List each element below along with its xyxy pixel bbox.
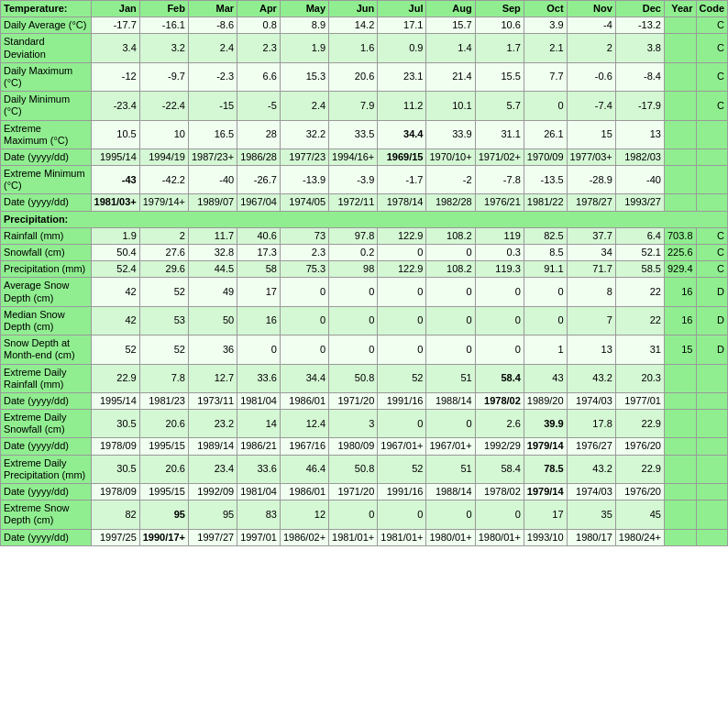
data-cell: 122.9	[378, 227, 426, 244]
data-cell: 15.7	[426, 17, 475, 34]
data-cell: 1992/29	[475, 438, 524, 455]
data-cell: 7	[567, 306, 615, 335]
data-cell: -23.4	[91, 92, 139, 120]
data-cell: 122.9	[378, 261, 426, 278]
data-cell: 42	[91, 278, 139, 306]
data-cell: 33.5	[329, 120, 378, 148]
data-cell: 52	[378, 455, 426, 483]
row-header: Rainfall (mm)	[1, 227, 92, 244]
data-cell: 73	[280, 227, 328, 244]
data-cell: 32.2	[280, 120, 328, 148]
data-cell: 17.1	[378, 17, 426, 34]
data-cell	[664, 166, 696, 194]
data-cell: 22.9	[615, 455, 664, 483]
table-row: Date (yyyy/dd)1997/251990/17+1997/271997…	[1, 529, 728, 545]
col-jul: Jul	[378, 1, 426, 17]
data-cell: 1977/01	[615, 392, 664, 409]
data-cell: 1967/01+	[378, 438, 426, 455]
table-row: Standard Deviation3.43.22.42.31.91.60.91…	[1, 34, 728, 62]
data-cell: 1993/27	[615, 194, 664, 211]
data-cell: 0.3	[475, 245, 524, 261]
data-cell: 7.9	[329, 92, 378, 120]
data-cell	[696, 455, 728, 483]
data-cell: 78.5	[524, 455, 567, 483]
data-cell: 1980/17	[567, 529, 615, 545]
table-row: Precipitation:	[1, 211, 728, 227]
data-cell: -42.2	[139, 166, 188, 194]
data-cell: 1976/20	[615, 438, 664, 455]
data-cell: -7.8	[475, 166, 524, 194]
data-cell: 2.3	[237, 34, 281, 62]
data-cell: 44.5	[188, 261, 237, 278]
data-cell: 0	[475, 500, 524, 529]
data-cell: 1989/07	[188, 194, 237, 211]
data-cell: 0	[378, 336, 426, 364]
data-cell: 83	[237, 500, 281, 529]
data-cell: 13	[615, 120, 664, 148]
row-header: Extreme Maximum (°C)	[1, 120, 92, 148]
data-cell: 58.5	[615, 261, 664, 278]
data-cell: C	[696, 245, 728, 261]
section-header-cell: Precipitation:	[1, 211, 728, 227]
data-cell: 3	[329, 410, 378, 438]
data-cell: 0	[329, 500, 378, 529]
data-cell: 17.8	[567, 410, 615, 438]
data-cell: 1978/09	[91, 484, 139, 500]
data-cell: -1.7	[378, 166, 426, 194]
data-cell: 82	[91, 500, 139, 529]
data-cell	[664, 529, 696, 545]
col-jun: Jun	[329, 1, 378, 17]
row-header: Extreme Daily Precipitation (mm)	[1, 455, 92, 483]
data-cell: 1978/27	[567, 194, 615, 211]
col-mar: Mar	[188, 1, 237, 17]
col-nov: Nov	[567, 1, 615, 17]
data-cell: 15	[664, 336, 696, 364]
data-cell: 14	[237, 410, 281, 438]
data-cell	[696, 364, 728, 392]
data-cell: 1986/28	[237, 148, 281, 165]
data-cell: 0	[280, 278, 328, 306]
data-cell: 97.8	[329, 227, 378, 244]
data-cell: 11.7	[188, 227, 237, 244]
data-cell: 22	[615, 278, 664, 306]
data-cell: 7.7	[524, 62, 567, 91]
data-cell: 1974/03	[567, 392, 615, 409]
data-cell: C	[696, 17, 728, 34]
data-cell: 1972/11	[329, 194, 378, 211]
data-cell: 37.7	[567, 227, 615, 244]
data-cell: 10	[139, 120, 188, 148]
data-cell: 50.8	[329, 364, 378, 392]
data-cell: 1971/20	[329, 484, 378, 500]
col-apr: Apr	[237, 1, 281, 17]
temperature-section-header: Temperature:	[1, 1, 92, 17]
data-cell	[664, 194, 696, 211]
row-header: Snowfall (cm)	[1, 245, 92, 261]
data-cell: -40	[188, 166, 237, 194]
data-cell: -2	[426, 166, 475, 194]
data-cell: 23.4	[188, 455, 237, 483]
data-cell: 8	[567, 278, 615, 306]
data-cell	[696, 438, 728, 455]
data-cell: 0	[378, 500, 426, 529]
data-cell: 51	[426, 455, 475, 483]
data-cell: -3.9	[329, 166, 378, 194]
data-cell: 1995/14	[91, 148, 139, 165]
table-row: Median Snow Depth (cm)425350160000007221…	[1, 306, 728, 335]
data-cell: 1986/02+	[280, 529, 328, 545]
data-cell: 95	[139, 500, 188, 529]
data-cell: 1993/10	[524, 529, 567, 545]
table-row: Date (yyyy/dd)1995/141981/231973/111981/…	[1, 392, 728, 409]
table-row: Daily Average (°C)-17.7-16.1-8.60.88.914…	[1, 17, 728, 34]
data-cell: 20.6	[139, 410, 188, 438]
data-cell: 119	[475, 227, 524, 244]
data-cell: 52	[139, 336, 188, 364]
data-cell: 1982/28	[426, 194, 475, 211]
data-cell: 1980/01+	[475, 529, 524, 545]
data-cell: 1991/16	[378, 484, 426, 500]
data-cell	[696, 529, 728, 545]
row-header: Extreme Daily Rainfall (mm)	[1, 364, 92, 392]
data-cell: 15.5	[475, 62, 524, 91]
data-cell: 1978/02	[475, 392, 524, 409]
data-cell: 10.1	[426, 92, 475, 120]
data-cell: 11.2	[378, 92, 426, 120]
